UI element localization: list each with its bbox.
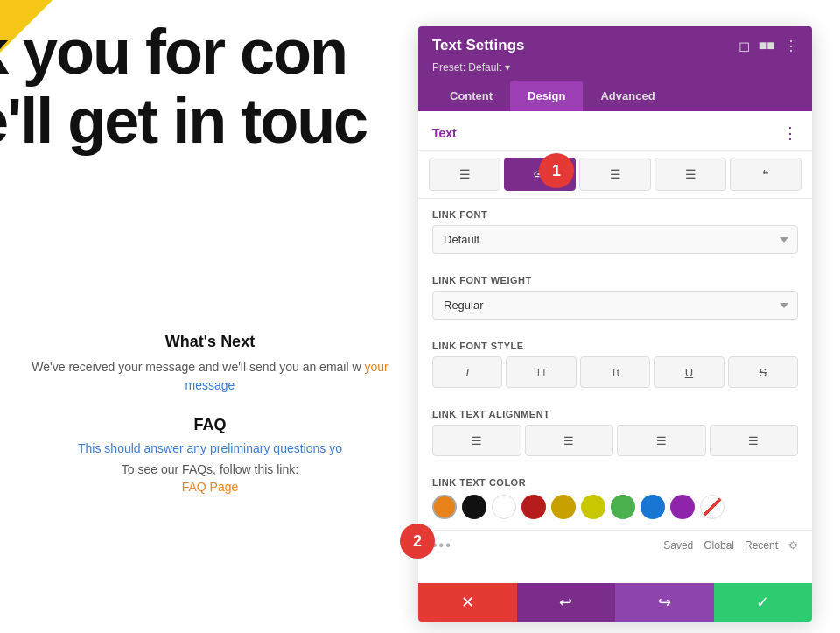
link-font-section: Link Font Default	[418, 199, 812, 264]
link-text-alignment-label: Link Text Alignment	[432, 409, 798, 419]
expand-icon[interactable]: ◻	[738, 38, 750, 54]
style-btn-italic[interactable]: I	[432, 356, 502, 388]
tab-content[interactable]: Content	[432, 81, 510, 111]
faq-desc: This should answer any preliminary quest…	[18, 441, 402, 455]
link-font-weight-label: Link Font Weight	[432, 275, 798, 285]
link-font-weight-section: Link Font Weight Regular	[418, 264, 812, 330]
align-btn-left[interactable]: ☰	[432, 425, 522, 456]
color-dots: •••	[432, 538, 452, 553]
cancel-button[interactable]: ✕	[418, 583, 517, 622]
undo-button[interactable]: ↩	[517, 583, 616, 622]
tab-icon-align[interactable]: ☰	[429, 158, 500, 191]
page-middle-content: What's Next We've received your message …	[0, 333, 420, 494]
style-btn-underline[interactable]: U	[654, 356, 724, 388]
panel-footer: ✕ ↩ ↪ ✓	[418, 583, 812, 622]
color-swatch-white[interactable]	[492, 495, 516, 519]
whats-next-desc: We've received your message and we'll se…	[18, 358, 402, 395]
icon-tab-row: ☰ ☰ ☰ ❝	[418, 151, 812, 199]
panel-tabs: Content Design Advanced	[432, 81, 798, 111]
faq-page-link[interactable]: FAQ Page	[18, 480, 402, 494]
panel-header-icons: ◻ ■■ ⋮	[738, 38, 798, 54]
tab-advanced[interactable]: Advanced	[583, 81, 672, 111]
color-global[interactable]: Global	[704, 539, 734, 552]
gear-icon[interactable]: ⚙	[788, 539, 798, 552]
color-saved[interactable]: Saved	[663, 539, 693, 552]
color-swatch-transparent[interactable]	[700, 495, 724, 519]
panel-header-top: Text Settings ◻ ■■ ⋮	[432, 37, 798, 54]
color-row	[432, 495, 798, 519]
color-swatch-blue[interactable]	[640, 495, 665, 519]
save-button[interactable]: ✓	[714, 583, 813, 622]
redo-button[interactable]: ↪	[615, 583, 714, 622]
text-settings-panel: Text Settings ◻ ■■ ⋮ Preset: Default ▾ C…	[418, 26, 812, 622]
style-btn-capitalize[interactable]: Tt	[580, 356, 650, 388]
align-btn-justify[interactable]: ☰	[710, 425, 799, 456]
tab-icon-quote[interactable]: ❝	[730, 158, 802, 191]
section-title: Text	[432, 126, 457, 140]
style-btn-strikethrough[interactable]: S	[728, 356, 798, 388]
link-text-color-section: Link Text Color	[418, 467, 812, 530]
panel-header: Text Settings ◻ ■■ ⋮ Preset: Default ▾ C…	[418, 26, 812, 111]
link-text-alignment-section: Link Text Alignment ☰ ☰ ☰ ☰	[418, 398, 812, 467]
section-more-icon[interactable]: ⋮	[782, 123, 798, 143]
link-font-style-section: Link Font Style I TT Tt U S	[418, 330, 812, 398]
color-tags: Saved Global Recent ⚙	[663, 539, 798, 552]
style-btn-uppercase[interactable]: TT	[506, 356, 576, 388]
panel-preset[interactable]: Preset: Default ▾	[432, 61, 798, 74]
panel-body: Text ⋮ ☰ ☰ ☰ ❝ Link Font Default Link Fo…	[418, 111, 812, 583]
link-text-color-label: Link Text Color	[432, 477, 798, 488]
link-font-weight-select[interactable]: Regular	[432, 291, 798, 320]
color-swatch-yellow[interactable]	[581, 495, 606, 519]
panel-title: Text Settings	[432, 37, 524, 54]
color-bottom: ••• Saved Global Recent ⚙	[418, 530, 812, 560]
color-swatch-dark-red[interactable]	[522, 495, 546, 519]
link-font-select[interactable]: Default	[432, 225, 798, 254]
tab-icon-list[interactable]: ☰	[579, 158, 651, 191]
link-font-label: Link Font	[432, 209, 798, 220]
color-swatch-purple[interactable]	[670, 495, 695, 519]
more-icon[interactable]: ⋮	[784, 38, 798, 54]
color-swatch-gold[interactable]	[551, 495, 576, 519]
color-swatch-green[interactable]	[611, 495, 635, 519]
style-btn-row: I TT Tt U S	[432, 356, 798, 388]
color-swatch-orange[interactable]	[432, 495, 457, 519]
badge-1: 1	[539, 153, 574, 188]
page-heading: k you for con e'll get in touc	[0, 18, 367, 156]
align-btn-center[interactable]: ☰	[525, 425, 614, 456]
faq-link-line: To see our FAQs, follow this link:	[18, 462, 402, 476]
faq-title: FAQ	[18, 416, 402, 434]
tab-icon-ordered-list[interactable]: ☰	[654, 158, 726, 191]
link-font-style-label: Link Font Style	[432, 341, 798, 351]
align-btn-right[interactable]: ☰	[617, 425, 706, 456]
color-recent[interactable]: Recent	[745, 539, 778, 552]
tab-design[interactable]: Design	[510, 81, 583, 111]
columns-icon[interactable]: ■■	[759, 38, 775, 53]
whats-next-title: What's Next	[18, 333, 402, 351]
align-btn-row: ☰ ☰ ☰ ☰	[432, 425, 798, 456]
section-header: Text ⋮	[418, 111, 812, 151]
color-swatch-black[interactable]	[462, 495, 486, 519]
badge-2: 2	[400, 524, 435, 559]
